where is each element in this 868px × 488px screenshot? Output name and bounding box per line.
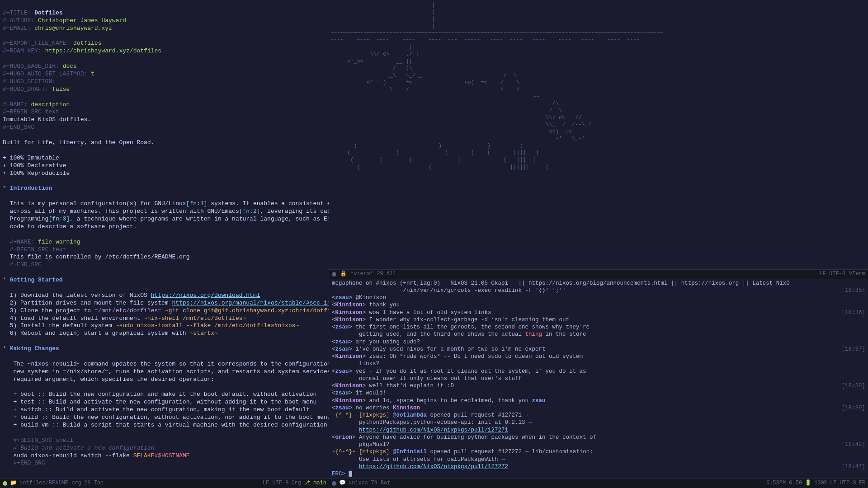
right-column: | | | | ~~~~~~~~~~~~~~~~~~~~~~~~~~~~~~~~… bbox=[329, 0, 868, 479]
branch-icon: ⎇ bbox=[304, 480, 310, 486]
intro-text: code to describe a software project. bbox=[10, 223, 137, 230]
readonly-icon: 🔒 bbox=[340, 271, 347, 278]
irc-message: <zsau> @Kinnison bbox=[332, 294, 865, 301]
major-mode: ER bbox=[859, 480, 865, 487]
bullet: + 100% Declarative bbox=[3, 162, 66, 169]
shell-hostname: $HOSTNAME bbox=[158, 452, 189, 459]
intro-text: Programming bbox=[10, 216, 49, 222]
buffer-name: *vterm* bbox=[350, 271, 373, 278]
irc-message: <zsau> no worries Kinnison[18:39] bbox=[332, 404, 865, 412]
step-text: 2) Partition drives and mount the file s… bbox=[10, 300, 172, 306]
bullet: + 100% Immutable bbox=[3, 155, 59, 161]
git-branch: main bbox=[313, 480, 326, 486]
shell-comment: # Build and activate a new configuration… bbox=[13, 445, 158, 451]
left-modeline[interactable]: 📁 dotfiles/README.org 28 Top LF UTF-8 Or… bbox=[0, 479, 329, 488]
irc-message: -{^-^}- [nixpkgs] @Infinisil opened pull… bbox=[332, 448, 865, 455]
name-kw: #+NAME: bbox=[10, 239, 35, 245]
intro-text: , leveraging its capabilities for Litera… bbox=[260, 208, 329, 215]
command: ~nix-shell /mnt/etc/dotfiles~ bbox=[144, 315, 246, 322]
end-src: #+END_SRC bbox=[10, 261, 42, 268]
footnote-ref[interactable]: [fn:2] bbox=[239, 208, 260, 215]
email-kw: #+EMAIL: bbox=[3, 25, 31, 32]
intro-text: across all of my machines. This project … bbox=[10, 208, 239, 215]
irc-message: https://github.com/NixOS/nixpkgs/pull/12… bbox=[332, 463, 865, 470]
irc-message: <orion> Anyone have advice for building … bbox=[332, 434, 865, 441]
hugo-draft-value: false bbox=[52, 86, 70, 93]
partitioning-link[interactable]: https://nixos.org/manual/nixos/stable/#s… bbox=[172, 300, 329, 306]
irc-message: <zsau> yes - if you do it as root it cle… bbox=[332, 368, 865, 375]
irc-message: <zsau> it would! bbox=[332, 389, 865, 397]
hugo-base-value: docs bbox=[63, 63, 77, 70]
name-kw: #+NAME: bbox=[3, 101, 28, 108]
irc-message: python3Packages.python-ecobee-api: init … bbox=[332, 419, 865, 426]
step-text: 1) Download the latest version of NixOS bbox=[10, 292, 151, 299]
op-item: + build-vm :: Build a script that starts… bbox=[13, 422, 327, 428]
op-item: + switch :: Build and activate the new c… bbox=[13, 406, 309, 413]
heading-making-changes[interactable]: Making Changes bbox=[10, 345, 59, 352]
clock: 6:53PM 0.50 bbox=[766, 480, 802, 487]
erc-prompt: ERC> bbox=[332, 471, 345, 477]
command: ~git clone git@git.chrishayward.xyz:chri… bbox=[161, 307, 329, 314]
hugo-section-kw: #+HUGO_SECTION: bbox=[3, 78, 56, 85]
shell-cmd: sudo nixos-rebuild switch --flake bbox=[13, 452, 133, 459]
irc-message: <Kinnison> and lo, space begins to be re… bbox=[332, 397, 865, 404]
modified-dot-icon bbox=[3, 481, 7, 486]
op-item: + build :: Build the new configuration, … bbox=[13, 414, 329, 421]
author-kw: #+AUTHOR: bbox=[3, 17, 34, 24]
irc-message: <zsau> are you using sudo? bbox=[332, 338, 865, 346]
hugo-lastmod-kw: #+HUGO_AUTO_SET_LASTMOD: bbox=[3, 70, 87, 77]
intro-text: systems. It enables a consistent experie… bbox=[208, 200, 330, 207]
irc-message: getting used, and the third one shows th… bbox=[332, 331, 865, 338]
name-value: file-warning bbox=[38, 239, 80, 245]
footnote-ref[interactable]: [fn:1] bbox=[186, 200, 208, 207]
irc-message: <Kinnison> thank you bbox=[332, 301, 865, 309]
position: 79 Bot bbox=[371, 480, 390, 487]
begin-src: #+BEGIN_SRC text bbox=[10, 246, 66, 253]
irc-message: Use lists of attrsets for callPackageWit… bbox=[332, 456, 865, 463]
desc-body: Immutable NixOS dotfiles. bbox=[3, 116, 91, 123]
end-src: #+END_SRC bbox=[13, 460, 45, 466]
buffer-file: dotfiles/README.org bbox=[19, 480, 81, 487]
irc-message: <Kinnison> I wonder why nix-collect-garb… bbox=[332, 316, 865, 324]
erc-input[interactable]: █ bbox=[349, 471, 353, 477]
bullet: + 100% Reproducible bbox=[3, 170, 70, 177]
step-text: 6) Reboot and login, start a graphical s… bbox=[10, 330, 190, 337]
intro-text: , a technique where programs are written… bbox=[70, 216, 329, 222]
irc-message: normal user it only cleans out that user… bbox=[332, 375, 865, 382]
name-value: description bbox=[31, 101, 70, 108]
irc-message: <Kinnison> wow I have a lot of old syste… bbox=[332, 309, 865, 316]
hugo-base-kw: #+HUGO_BASE_DIR: bbox=[3, 63, 59, 70]
irc-message: <Kinnison> well that'd explain it :D[18:… bbox=[332, 382, 865, 389]
step-text: 3) Clone the project to bbox=[10, 307, 94, 314]
op-item: + boot :: Build the new configuration an… bbox=[13, 391, 316, 398]
irc-message: -{^-^}- [nixpkgs] @dotlambda opened pull… bbox=[332, 412, 865, 419]
hugo-lastmod-value: t bbox=[91, 70, 94, 77]
vterm-modeline[interactable]: 🔒 *vterm* 29 All LF UTF-8 VTerm bbox=[329, 269, 868, 279]
vterm-ascii-art[interactable]: | | | | ~~~~~~~~~~~~~~~~~~~~~~~~~~~~~~~~… bbox=[329, 0, 868, 269]
erc-prompt-line[interactable]: ERC> █ bbox=[332, 470, 865, 478]
download-link[interactable]: https://nixos.org/download.html bbox=[151, 292, 260, 299]
right-modeline[interactable]: 💬 #nixos 79 Bot 6:53PM 0.50 🔋100% LF UTF… bbox=[329, 479, 868, 488]
major-mode: Org bbox=[291, 480, 301, 487]
status-dot-icon bbox=[332, 481, 336, 486]
step-text: 4) Load the default shell environment bbox=[10, 315, 144, 322]
irc-buffer[interactable]: megaphone on #nixos (+nrt,lag:0) NixOS 2… bbox=[329, 279, 868, 479]
roam-value: https://chrishayward.xyz/dotfiles bbox=[45, 47, 161, 54]
author-value: Christopher James Hayward bbox=[38, 17, 126, 24]
footnote-ref[interactable]: [fn:3] bbox=[48, 216, 70, 222]
email-value: chris@chrishayward.xyz bbox=[34, 25, 112, 32]
title-value: Dotfiles bbox=[34, 9, 62, 16]
encoding: LF UTF-8 bbox=[830, 480, 856, 487]
org-editor[interactable]: #+TITLE: Dotfiles #+AUTHOR: Christopher … bbox=[0, 0, 329, 479]
intro-text: This is my personal configuration(s) for… bbox=[10, 200, 186, 207]
hugo-draft-kw: #+HUGO_DRAFT: bbox=[3, 86, 48, 93]
shell-var: $FLAKE bbox=[133, 452, 155, 459]
op-item: + test :: Build and activate the new con… bbox=[13, 399, 316, 405]
ascii-content: | | | | ~~~~~~~~~~~~~~~~~~~~~~~~~~~~~~~~… bbox=[331, 2, 663, 170]
command: ~sudo nixos-install --flake /mnt/etc/dot… bbox=[116, 322, 299, 329]
irc-topic: /nix/var/nix/gcroots -exec readlink -f '… bbox=[332, 287, 865, 294]
battery-icon: 🔋 bbox=[805, 480, 811, 487]
heading-getting-started[interactable]: Getting Started bbox=[10, 277, 63, 283]
mc-text: The ~nixos-rebuild~ command updates the … bbox=[13, 361, 329, 367]
heading-intro[interactable]: Introduction bbox=[10, 185, 52, 192]
